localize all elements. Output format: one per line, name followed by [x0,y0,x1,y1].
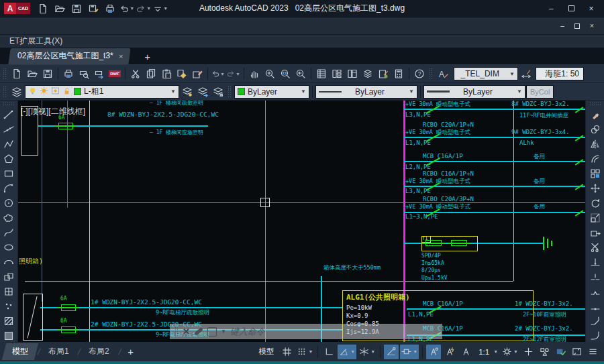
sheet-set-manager[interactable] [360,66,375,81]
draw-spline[interactable] [1,225,17,240]
dimension-style-button[interactable] [519,66,534,81]
zoom-realtime[interactable] [262,66,277,81]
layer-properties-button[interactable] [9,84,24,99]
layer-previous[interactable] [195,84,210,99]
isometric-drafting[interactable]: ▼ [358,345,376,359]
draw-construction-line[interactable] [1,122,17,137]
document-tab[interactable]: 02高层公区电气施工图_t3* × [8,48,131,64]
modify-mirror[interactable] [587,137,603,151]
lineweight-combo[interactable]: ByLayer ▼ [423,85,525,99]
draw-circle[interactable] [1,196,17,210]
open-file[interactable] [25,66,40,81]
match-properties[interactable] [174,66,189,81]
menu-et-tools[interactable]: ET扩展工具(X) [9,36,62,47]
ortho-mode[interactable] [321,345,336,359]
isolate-objects[interactable] [537,345,552,359]
export-dwf[interactable]: DWF [107,66,122,81]
annotation-monitor[interactable] [521,345,536,359]
graphics-performance[interactable] [553,345,568,359]
layout-tab-模型[interactable]: 模型 [2,343,38,360]
pan-realtime[interactable] [247,66,262,81]
recent-commands-caret[interactable]: ▼ [221,328,226,335]
copy-clip[interactable] [144,66,158,81]
qat-save[interactable] [69,2,84,15]
save-file[interactable] [40,66,55,81]
modify-offset[interactable] [587,151,603,166]
autocad-app-icon[interactable]: ACAD [4,3,30,14]
draw-revision-cloud[interactable] [1,210,17,225]
draw-polygon[interactable] [1,151,17,166]
markup-set-manager[interactable] [376,66,391,81]
polar-tracking[interactable]: ▼ [338,345,356,359]
draw-gradient[interactable] [1,328,17,343]
drawing-canvas[interactable]: 8# WDZN-BYJ-2X2.5-JDG20-CC,WC— 1F 楼梯间疏散照… [18,101,585,342]
undo[interactable]: ▼ [211,66,225,81]
layout-tab-布局1[interactable]: 布局1 [38,343,79,360]
draw-ellipse[interactable] [1,240,17,255]
tool-palettes[interactable] [345,66,360,81]
cut-clip[interactable] [128,66,143,81]
create-block[interactable] [1,284,17,299]
text-style[interactable]: A [436,66,450,81]
command-line-close-icon[interactable]: ✕ [183,326,190,337]
modify-scale[interactable] [587,210,603,225]
layer-on-bulb-icon[interactable] [28,86,37,97]
modify-copy[interactable] [587,122,603,137]
command-input[interactable]: 键入命令 [230,326,265,338]
command-line[interactable]: ✕ ▼ 键入命令 [170,324,442,339]
designcenter[interactable] [330,66,344,81]
publish[interactable] [92,66,107,81]
new-layout-button[interactable]: + [121,346,140,357]
redo[interactable]: ▼ [226,66,241,81]
modify-extend[interactable] [587,255,603,269]
annotation-scale-value[interactable]: 1:1▼ [474,345,499,359]
annotation-autoscale[interactable] [442,345,457,359]
layer-thaw-sun-icon[interactable] [40,86,48,97]
qat-new[interactable] [36,2,50,15]
plot-preview[interactable] [77,66,91,81]
qat-undo[interactable]: ▼ [119,2,134,15]
customization-menu[interactable] [585,345,600,359]
qat-redo[interactable]: ▼ [136,2,151,15]
modify-rotate[interactable] [587,196,603,210]
close-button[interactable]: × [583,3,600,15]
doc-minimize-button[interactable]: – [556,21,569,32]
draw-polyline[interactable] [1,137,17,151]
properties-palette[interactable] [314,66,329,81]
color-combo[interactable]: ByLayer ▼ [234,85,309,99]
layer-match[interactable] [180,84,195,99]
document-tab-close-icon[interactable]: × [119,52,123,60]
layer-vp-freeze-icon[interactable] [51,86,60,97]
layer-combo[interactable]: L-粗1 ▼ [25,85,179,99]
draw-point[interactable] [1,299,17,314]
object-snap[interactable]: ▼ [400,345,419,359]
modify-erase[interactable] [587,107,603,122]
grid-display[interactable] [279,345,294,359]
draw-ellipse-arc[interactable] [1,255,17,269]
modify-trim[interactable] [587,240,603,255]
minimize-button[interactable]: – [542,3,560,15]
modify-break[interactable] [587,284,603,299]
annotation-visibility[interactable] [426,345,441,359]
modify-stretch[interactable] [587,225,603,240]
draw-rectangle[interactable] [1,166,17,181]
plot-style-button[interactable]: ByCol [526,85,554,99]
zoom-window[interactable] [278,66,293,81]
maximize-button[interactable] [562,3,580,15]
paste-clip[interactable] [159,66,174,81]
draw-line[interactable] [1,107,17,122]
quickcalc[interactable] [391,66,406,81]
object-snap-tracking[interactable] [384,345,399,359]
layer-unlock-icon[interactable] [62,86,71,97]
zoom-previous[interactable] [293,66,308,81]
annotation-scale-icon[interactable] [458,345,473,359]
recent-commands-icon[interactable] [207,327,217,337]
workspace-switching[interactable]: ▼ [501,345,519,359]
new-file[interactable] [9,66,24,81]
draw-arc[interactable] [1,181,17,196]
plot[interactable] [61,66,76,81]
doc-close-button[interactable]: × [585,21,599,32]
linetype-combo[interactable]: ByLayer ▼ [315,85,417,99]
command-line-grip[interactable] [174,326,179,337]
draw-hatch[interactable] [1,314,17,328]
